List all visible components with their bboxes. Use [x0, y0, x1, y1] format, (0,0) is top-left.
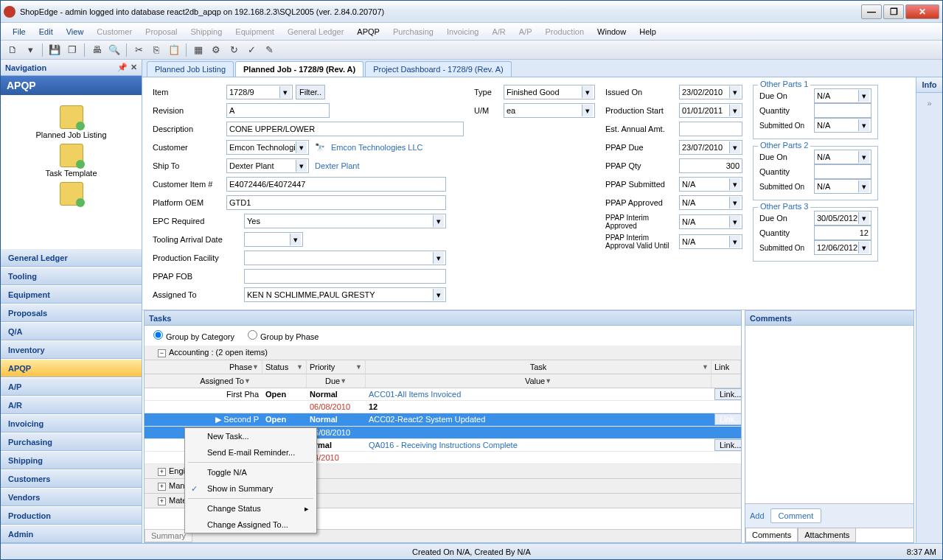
menu-ar[interactable]: A/R — [486, 25, 511, 38]
group-by-category-radio[interactable]: Group by Category — [153, 330, 234, 341]
tree-item-planned-job-listing[interactable]: Planned Job Listing — [4, 105, 139, 139]
col-due[interactable]: Due▼ — [307, 374, 366, 388]
um-select[interactable]: ea — [504, 103, 595, 118]
issued-select[interactable]: 23/02/2010 — [679, 85, 742, 99]
print-icon[interactable]: 🖶 — [89, 43, 104, 57]
col-task[interactable]: Task▼ — [366, 360, 711, 374]
op1-qty[interactable] — [814, 164, 871, 179]
ctx-togglena[interactable]: Toggle N/A — [185, 464, 316, 480]
customer-link[interactable]: Emcon Technologies LLC — [331, 143, 423, 152]
ppapint-select[interactable]: N/A — [679, 214, 742, 229]
link-button[interactable]: Link... — [714, 413, 741, 425]
menu-view[interactable]: View — [60, 25, 90, 38]
menu-ap[interactable]: A/P — [513, 25, 538, 38]
dropdown-icon[interactable]: ▾ — [23, 43, 38, 57]
ctx-changeassignedto[interactable]: Change Assigned To... — [185, 517, 316, 533]
shipto-link[interactable]: Dexter Plant — [315, 161, 360, 170]
tab[interactable]: Planned Job Listing — [147, 61, 234, 77]
tooling-select[interactable] — [244, 232, 303, 247]
customer-select[interactable]: Emcon Technologi — [226, 140, 309, 155]
accordion-inventory[interactable]: Inventory — [1, 340, 142, 359]
menu-customer[interactable]: Customer — [91, 25, 138, 38]
ppapdue-select[interactable]: 23/07/2010 — [679, 140, 742, 155]
accordion-vendors[interactable]: Vendors — [1, 488, 142, 506]
ppapsub-select[interactable]: N/A — [679, 177, 742, 192]
prodstart-select[interactable]: 01/01/2011 — [679, 103, 742, 118]
table-row-sub[interactable]: 06/08/201012 — [145, 401, 741, 413]
menu-shipping[interactable]: Shipping — [184, 25, 228, 38]
menu-purchasing[interactable]: Purchasing — [387, 25, 439, 38]
menu-invoicing[interactable]: Invoicing — [441, 25, 484, 38]
accordion-proposals[interactable]: Proposals — [1, 304, 142, 322]
tree-item-task-template[interactable]: Task Template — [4, 144, 139, 178]
copy-icon[interactable]: ❐ — [65, 43, 80, 57]
estamount-input[interactable] — [679, 122, 742, 136]
grid-group-accounting[interactable]: −Accounting : (2 open items) — [145, 346, 741, 360]
epc-select[interactable]: Yes — [244, 214, 446, 228]
filter-button[interactable]: Filter.. — [296, 85, 325, 99]
menu-help[interactable]: Help — [633, 25, 662, 38]
link-button[interactable]: Link... — [714, 439, 741, 451]
facility-select[interactable] — [244, 251, 446, 265]
menu-proposal[interactable]: Proposal — [139, 25, 183, 38]
menu-edit[interactable]: Edit — [33, 25, 59, 38]
item-select[interactable]: 1728/9 — [226, 85, 293, 99]
accordion-equipment[interactable]: Equipment — [1, 285, 142, 304]
op2-due[interactable]: 30/05/2012 — [814, 211, 871, 225]
ppapqty-input[interactable] — [679, 158, 742, 173]
accordion-customers[interactable]: Customers — [1, 469, 142, 488]
type-select[interactable]: Finished Good — [504, 85, 595, 99]
col-value[interactable]: Value▼ — [366, 374, 711, 388]
accordion-tooling[interactable]: Tooling — [1, 267, 142, 285]
accordion-qa[interactable]: Q/A — [1, 322, 142, 340]
comments-tab[interactable]: Comments — [745, 528, 798, 542]
menu-generalledger[interactable]: General Ledger — [282, 25, 349, 38]
ppapapp-select[interactable]: N/A — [679, 195, 742, 210]
ppapintv-select[interactable]: N/A — [679, 234, 742, 249]
nav-close-icon[interactable]: ✕ — [131, 63, 137, 72]
save-icon[interactable]: 💾 — [47, 43, 62, 57]
accordion-ar[interactable]: A/R — [1, 396, 142, 414]
cut-icon[interactable]: ✂ — [131, 43, 146, 57]
shipto-select[interactable]: Dexter Plant — [226, 158, 309, 173]
tab[interactable]: Planned Job - 1728/9 (Rev. A) — [235, 61, 363, 77]
menu-apqp[interactable]: APQP — [351, 25, 386, 38]
ctx-newtask[interactable]: New Task... — [185, 428, 316, 444]
op0-sub[interactable]: N/A — [814, 118, 871, 133]
tool1-icon[interactable]: ⚙ — [209, 43, 223, 57]
ctx-changestatus[interactable]: Change Status▸ — [185, 500, 316, 517]
op2-sub[interactable]: 12/06/2012 — [814, 240, 871, 255]
link-button[interactable]: Link... — [714, 388, 741, 400]
info-panel[interactable]: Info » — [916, 77, 942, 543]
accordion-purchasing[interactable]: Purchasing — [1, 433, 142, 451]
revision-input[interactable] — [226, 103, 330, 118]
description-input[interactable] — [226, 122, 464, 136]
menu-equipment[interactable]: Equipment — [229, 25, 280, 38]
tab[interactable]: Project Dashboard - 1728/9 (Rev. A) — [365, 61, 512, 77]
col-phase[interactable]: Phase▼ — [145, 360, 262, 374]
op2-qty[interactable] — [814, 225, 871, 240]
col-status[interactable]: Status▼ — [262, 360, 307, 374]
ctx-showinsummary[interactable]: ✓Show in Summary — [185, 480, 316, 497]
menu-window[interactable]: Window — [591, 25, 632, 38]
comment-button[interactable]: Comment — [770, 508, 822, 523]
op1-sub[interactable]: N/A — [814, 179, 871, 194]
attachments-tab[interactable]: Attachments — [798, 528, 856, 542]
close-button[interactable]: ✕ — [905, 4, 939, 19]
accordion-shipping[interactable]: Shipping — [1, 451, 142, 469]
binoculars-icon[interactable]: 🔭 — [312, 143, 328, 153]
op1-due[interactable]: N/A — [814, 150, 871, 164]
menu-production[interactable]: Production — [539, 25, 590, 38]
ctx-sendemailreminder[interactable]: Send E-mail Reminder... — [185, 444, 316, 461]
op0-qty[interactable] — [814, 103, 871, 118]
op0-due[interactable]: N/A — [814, 88, 871, 103]
ppapfob-input[interactable] — [244, 269, 446, 284]
pin-icon[interactable]: 📌 — [117, 63, 128, 72]
tool3-icon[interactable]: ✓ — [244, 43, 259, 57]
tool4-icon[interactable]: ✎ — [262, 43, 276, 57]
maximize-button[interactable]: ❐ — [883, 4, 904, 19]
paste-icon[interactable]: 📋 — [167, 43, 181, 57]
minimize-button[interactable]: — — [861, 4, 882, 19]
menu-file[interactable]: File — [7, 25, 32, 38]
grid-icon[interactable]: ▦ — [191, 43, 206, 57]
